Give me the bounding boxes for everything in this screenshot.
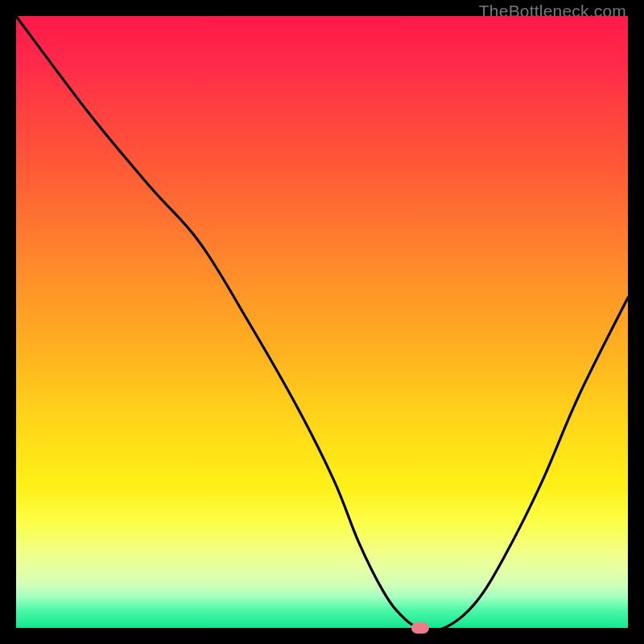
optimal-marker (411, 622, 429, 634)
chart-frame: TheBottleneck.com (0, 0, 644, 644)
plot-area (16, 16, 628, 628)
bottleneck-curve (16, 16, 628, 628)
